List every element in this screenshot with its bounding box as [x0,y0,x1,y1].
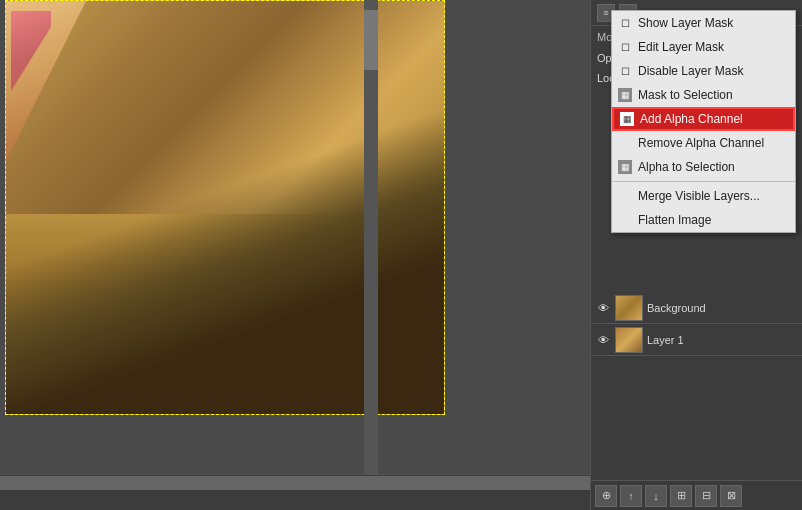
check-icon-edit-layer-mask: ☐ [618,40,632,54]
h-scrollbar-thumb[interactable] [0,476,590,490]
menu-separator [612,181,795,182]
dark-diagonal [6,64,445,414]
canvas-image [5,0,445,415]
anchor-layer-btn[interactable]: ⊟ [695,485,717,507]
context-menu: ☐ Show Layer Mask ☐ Edit Layer Mask ☐ Di… [611,10,796,233]
layer-name-1: Layer 1 [647,334,798,346]
new-layer-btn[interactable]: ⊕ [595,485,617,507]
canvas-bottom-bar [0,474,590,510]
menu-item-remove-alpha-channel[interactable]: Remove Alpha Channel [612,131,795,155]
layers-bottom-toolbar: ⊕ ↑ ↓ ⊞ ⊟ ⊠ [591,480,802,510]
scrollbar-thumb[interactable] [364,10,378,70]
layer-visibility-0[interactable]: 👁 [595,300,611,316]
layer-row-0[interactable]: 👁 Background [591,292,802,324]
layer-thumbnail-1 [615,327,643,353]
lower-layer-btn[interactable]: ↓ [645,485,667,507]
menu-item-disable-layer-mask[interactable]: ☐ Disable Layer Mask [612,59,795,83]
duplicate-layer-btn[interactable]: ⊞ [670,485,692,507]
menu-item-add-alpha-channel[interactable]: ▦ Add Alpha Channel [612,107,795,131]
menu-item-alpha-to-selection[interactable]: ▦ Alpha to Selection [612,155,795,179]
layer-thumbnail-0 [615,295,643,321]
canvas-area [0,0,590,510]
raise-layer-btn[interactable]: ↑ [620,485,642,507]
horizontal-scrollbar[interactable] [0,476,590,490]
layer-visibility-1[interactable]: 👁 [595,332,611,348]
check-icon-disable-layer-mask: ☐ [618,64,632,78]
check-icon-show-layer-mask: ☐ [618,16,632,30]
menu-item-mask-to-selection[interactable]: ▦ Mask to Selection [612,83,795,107]
mode-label: Mo [597,31,612,43]
mask-to-selection-icon: ▦ [618,88,632,102]
alpha-to-selection-icon: ▦ [618,160,632,174]
delete-layer-btn[interactable]: ⊠ [720,485,742,507]
menu-item-flatten-image[interactable]: Flatten Image [612,208,795,232]
dog-ear-inner [11,11,51,91]
layer-row-1[interactable]: 👁 Layer 1 [591,324,802,356]
menu-item-merge-visible[interactable]: Merge Visible Layers... [612,184,795,208]
vertical-scrollbar[interactable] [364,0,378,480]
layer-name-0: Background [647,302,798,314]
right-panel: ≡ ▦ Mo Normal Multiply Screen Opac 100 L… [590,0,802,510]
menu-item-show-layer-mask[interactable]: ☐ Show Layer Mask [612,11,795,35]
add-alpha-icon: ▦ [620,112,634,126]
menu-item-edit-layer-mask[interactable]: ☐ Edit Layer Mask [612,35,795,59]
